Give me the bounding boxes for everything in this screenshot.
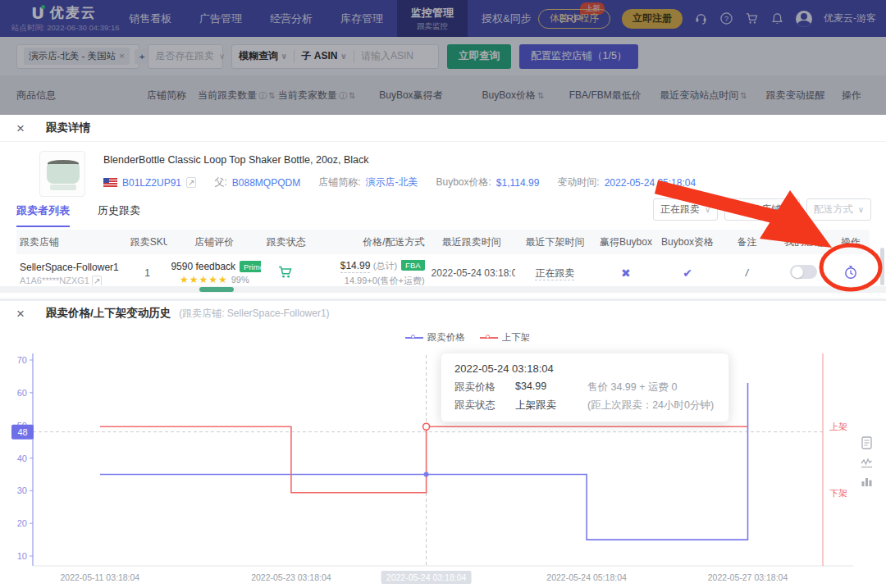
asin-link[interactable]: B01LZ2UP91 <box>122 177 181 189</box>
x-tick-label: 2022-05-24 03:18:04 <box>386 572 467 582</box>
chart-panel-subtitle: (跟卖店铺: SellerSpace-Follower1) <box>179 307 329 321</box>
column-header-跟卖SKU数: 跟卖SKU数 <box>127 235 168 249</box>
external-link-icon[interactable]: ↗ <box>92 276 102 285</box>
fba-badge: FBA <box>401 260 424 271</box>
column-header-最近跟卖时间: 最近跟卖时间 <box>428 235 515 249</box>
column-header-跟卖店铺: 跟卖店铺 <box>16 235 127 249</box>
external-link-icon[interactable]: ↗ <box>186 177 196 188</box>
product-image <box>39 151 85 197</box>
store-rating: 9590 feedbackPrime ★★★★★99% <box>167 261 261 285</box>
tab-跟卖者列表[interactable]: 跟卖者列表 <box>16 203 70 227</box>
data-view-icon[interactable] <box>861 436 873 449</box>
chevron-down-icon: ∨ <box>858 205 864 214</box>
horizontal-scrollbar[interactable] <box>0 286 886 293</box>
tooltip-status-value: 上架跟卖 <box>515 399 587 413</box>
y-pointer-badge-text: 48 <box>17 427 27 437</box>
product-meta: B01LZ2UP91 ↗ 父: B088MQPQDM 店铺简称: 演示店-北美 … <box>103 175 696 189</box>
prime-badge: Prime <box>240 261 261 272</box>
remark-edit[interactable]: / <box>742 267 751 279</box>
right-axis-label: 上架 <box>829 422 847 431</box>
price-history-panel: × 跟卖价格/上下架变动历史 (跟卖店铺: SellerSpace-Follow… <box>0 301 886 588</box>
buybox-price-label: Buybox价格: <box>436 175 491 189</box>
column-header-店铺评价: 店铺评价 <box>167 235 261 249</box>
seller-id: A1A6*****NZXG1 ↗ <box>20 276 124 285</box>
screen: Ս优麦云 站点时间: 2022-06-30 04:39:16 销售看板广告管理经… <box>0 0 886 588</box>
column-header-Buybox资格: Buybox资格 <box>657 235 718 249</box>
buybox-price-value: $1,114.99 <box>496 177 540 189</box>
chevron-down-icon: ∨ <box>786 205 792 214</box>
parent-asin-link[interactable]: B088MQPQDM <box>232 177 300 189</box>
tooltip-status-extra: (距上次跟卖：24小时0分钟) <box>587 399 714 413</box>
last-off-time[interactable]: 正在跟卖 <box>535 267 574 280</box>
seller-name[interactable]: SellerSpace-Follower1 <box>20 262 124 273</box>
buybox-win-no-icon: ✖ <box>621 267 631 280</box>
scrollbar-thumb[interactable] <box>199 287 234 292</box>
x-tick-label: 2022-05-23 03:18:04 <box>251 572 331 582</box>
modal-dim-overlay <box>0 0 886 115</box>
vertical-scrollbar[interactable] <box>880 248 884 285</box>
chart-tooltip: 2022-05-24 03:18:04 跟卖价格 $34.99 售价 34.99… <box>441 353 729 422</box>
y-tick-label: 10 <box>17 551 27 561</box>
close-icon[interactable]: × <box>16 121 25 135</box>
y-tick-label: 70 <box>17 355 27 365</box>
chevron-down-icon: ∨ <box>705 205 710 214</box>
history-clock-button[interactable] <box>843 264 859 280</box>
chart-panel-header: × 跟卖价格/上下架变动历史 (跟卖店铺: SellerSpace-Follow… <box>0 301 886 326</box>
tooltip-time: 2022-05-24 03:18:04 <box>454 362 715 375</box>
last-follow-time[interactable]: 2022-05-24 03:18:04 <box>432 267 515 279</box>
column-header-赢得Buybox: 赢得Buybox <box>595 235 657 249</box>
my-store-toggle[interactable] <box>790 265 817 279</box>
column-header-我的店铺: 我的店铺 <box>776 235 833 249</box>
x-tick-label: 2022-05-24 05:18:04 <box>546 572 627 582</box>
followers-table: 跟卖店铺跟卖SKU数店铺评价跟卖状态价格/配送方式最近跟卖时间最近下架时间赢得B… <box>16 230 870 293</box>
filter-select-配送方式[interactable]: 配送方式∨ <box>806 198 871 221</box>
follower-filters: 正在跟卖∨非我的店铺∨配送方式∨ <box>653 198 871 221</box>
y-tick-label: 30 <box>17 485 27 495</box>
y-tick-label: 20 <box>17 518 27 528</box>
marker-dot <box>424 472 429 476</box>
follow-status-cart-icon[interactable] <box>278 266 294 279</box>
store-name: 演示店-北美 <box>365 175 418 189</box>
filter-select-正在跟卖[interactable]: 正在跟卖∨ <box>653 198 718 221</box>
y-tick-label: 40 <box>17 454 27 463</box>
bar-chart-icon[interactable] <box>861 476 873 487</box>
tooltip-price-label: 跟卖价格 <box>454 381 515 394</box>
tooltip-price-value: $34.99 <box>515 381 587 394</box>
detail-tabs: 跟卖者列表历史跟卖 <box>16 203 140 227</box>
column-header-操作: 操作 <box>832 235 870 249</box>
change-time-value: 2022-05-24 05:18:04 <box>605 177 696 189</box>
line-chart-icon[interactable] <box>861 457 873 468</box>
detail-panel-title: 跟卖详情 <box>46 121 90 135</box>
price-delivery: $14.99 (总计)FBA 14.99+0(售价+运费) <box>311 260 427 287</box>
tooltip-price-extra: 售价 34.99 + 运费 0 <box>587 381 677 394</box>
us-flag-icon <box>103 178 117 187</box>
chart-toolbox <box>861 436 873 487</box>
x-tick-label: 2022-05-11 03:18:04 <box>60 572 139 582</box>
column-header-跟卖状态: 跟卖状态 <box>261 235 311 249</box>
star-rating: ★★★★★ <box>180 274 228 285</box>
series-上下架 <box>100 426 748 492</box>
buybox-qualified-icon: ✔ <box>683 267 692 280</box>
sku-count: 1 <box>127 267 168 279</box>
parent-label: 父: <box>214 175 226 189</box>
product-summary: BlenderBottle Classic Loop Top Shaker Bo… <box>39 151 696 197</box>
store-label: 店铺简称: <box>318 175 360 189</box>
column-header-价格/配送方式: 价格/配送方式 <box>311 235 427 249</box>
column-header-最近下架时间: 最近下架时间 <box>515 235 595 249</box>
right-axis-label: 下架 <box>829 488 847 498</box>
x-tick-label: 2022-05-27 03:18:04 <box>708 572 788 582</box>
filter-select-非我的店铺[interactable]: 非我的店铺∨ <box>724 198 799 221</box>
followers-table-header: 跟卖店铺跟卖SKU数店铺评价跟卖状态价格/配送方式最近跟卖时间最近下架时间赢得B… <box>16 230 870 254</box>
detail-panel-header: × 跟卖详情 <box>0 115 886 142</box>
y-tick-label: 60 <box>17 388 27 398</box>
change-time-label: 变动时间: <box>557 175 599 189</box>
tooltip-status-label: 跟卖状态 <box>454 399 515 413</box>
close-icon[interactable]: × <box>16 307 25 321</box>
follow-sell-detail-panel: × 跟卖详情 BlenderBottle Classic Loop Top Sh… <box>0 115 886 299</box>
column-header-备注: 备注 <box>718 235 775 249</box>
tab-历史跟卖[interactable]: 历史跟卖 <box>98 203 140 227</box>
product-title: BlenderBottle Classic Loop Top Shaker Bo… <box>103 154 696 166</box>
marker-hollow <box>423 423 430 430</box>
chart-panel-title: 跟卖价格/上下架变动历史 <box>46 306 171 321</box>
